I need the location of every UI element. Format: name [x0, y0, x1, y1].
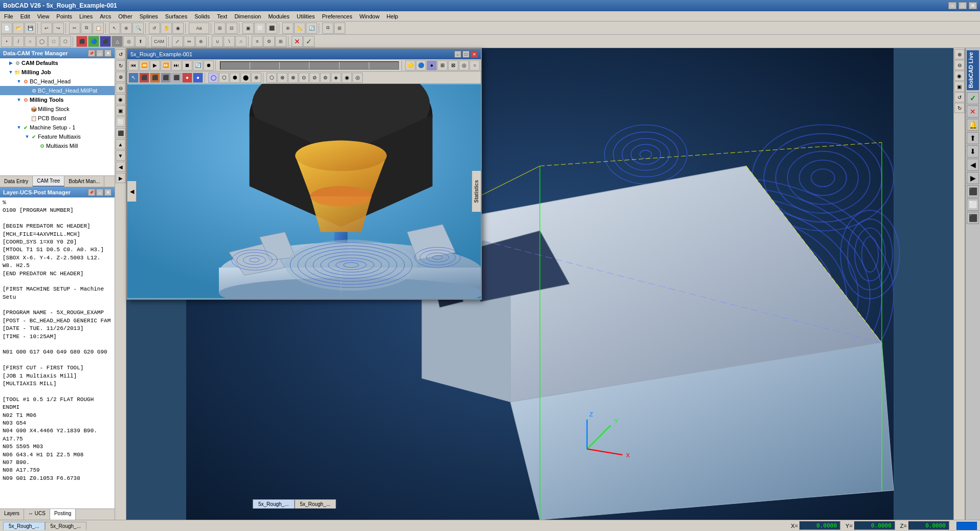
- tree-item-cam-defaults[interactable]: ▶ ⚙ CAM Defaults: [0, 58, 115, 68]
- vt-btn-12[interactable]: ▶: [116, 173, 126, 183]
- expand-machine-setup[interactable]: ▼: [16, 125, 21, 130]
- tree-item-milling-stock[interactable]: 📦 Milling Stock: [0, 104, 115, 114]
- tab-cam-tree[interactable]: CAM Tree: [33, 176, 64, 187]
- tb2-cam[interactable]: CAM: [151, 36, 167, 47]
- sim-view-t4[interactable]: ⊙: [299, 73, 309, 83]
- tb2-mirror[interactable]: ⇔: [184, 36, 195, 47]
- tb-pan[interactable]: ✋: [161, 23, 172, 34]
- tb2-transform[interactable]: ⤢: [172, 36, 183, 47]
- tb2-3d-box[interactable]: ⬛: [76, 36, 87, 47]
- vt-btn-3[interactable]: ⊕: [116, 72, 126, 82]
- sim-btn-v5[interactable]: ⊠: [448, 60, 458, 71]
- far-right-left[interactable]: ◀: [967, 159, 979, 171]
- tree-item-machine-setup[interactable]: ▼ ✔ Machine Setup - 1: [0, 123, 115, 132]
- tb-window[interactable]: ⧉: [322, 23, 333, 34]
- expand-cam-defaults[interactable]: ▶: [8, 60, 13, 65]
- sim-btn-v7[interactable]: ○: [470, 60, 480, 71]
- vt-btn-8[interactable]: ⬛: [116, 128, 126, 138]
- sim-tab-1[interactable]: 5x_Rough_...: [253, 499, 295, 508]
- tb2-green-check[interactable]: ✓: [303, 36, 315, 47]
- sim-view-t5[interactable]: ⊘: [309, 73, 320, 83]
- tb2-select-all[interactable]: ⊞: [275, 36, 286, 47]
- expand-feature-multiaxis[interactable]: ▼: [25, 134, 30, 139]
- sim-view-t1[interactable]: ⬠: [266, 73, 277, 83]
- sim-close[interactable]: ✕: [471, 51, 478, 58]
- menu-surfaces[interactable]: Surfaces: [162, 12, 190, 20]
- far-right-square[interactable]: ⬛: [967, 185, 979, 197]
- tb2-3d-sphere[interactable]: ⬛: [100, 36, 111, 47]
- sim-view-t2[interactable]: ⊛: [277, 73, 287, 83]
- menu-lines[interactable]: Lines: [76, 12, 96, 20]
- expand-milling-job[interactable]: ▼: [8, 70, 13, 75]
- menu-text[interactable]: Text: [214, 12, 230, 20]
- tb-view3[interactable]: ⬛: [266, 23, 277, 34]
- vt-btn-2[interactable]: ↻: [116, 60, 126, 71]
- vt-btn-11[interactable]: ◀: [116, 162, 126, 172]
- menu-window[interactable]: Window: [357, 12, 383, 20]
- tb2-intersect[interactable]: ∩: [235, 36, 247, 47]
- sim-btn-skip-end[interactable]: ⏭: [171, 60, 182, 71]
- menu-help[interactable]: Help: [384, 12, 402, 20]
- sim-view-t9[interactable]: ◎: [352, 73, 363, 83]
- maximize-button[interactable]: □: [959, 2, 967, 9]
- code-panel-minimize[interactable]: –: [96, 189, 103, 196]
- sim-btn-skip-start[interactable]: ⏮: [128, 60, 139, 71]
- tab-bobart-man[interactable]: BobArt Man...: [64, 176, 104, 187]
- tb2-subtract[interactable]: ∖: [224, 36, 235, 47]
- far-right-down[interactable]: ⬇: [967, 145, 979, 158]
- far-right-check[interactable]: ✓: [967, 92, 979, 104]
- sim-btn-v2[interactable]: 🔵: [416, 60, 426, 71]
- menu-points[interactable]: Points: [53, 12, 75, 20]
- tree-item-feature-multiaxis[interactable]: ▼ ✔ Feature Multiaxis: [0, 132, 115, 141]
- tb-rotate[interactable]: ↺: [149, 23, 160, 34]
- vt-btn-6[interactable]: ▣: [116, 105, 126, 116]
- sim-view-t3[interactable]: ⊗: [288, 73, 298, 83]
- code-panel-close[interactable]: ✕: [104, 189, 112, 196]
- tb-cursor[interactable]: ⊕: [282, 23, 294, 34]
- tb2-3d-torus[interactable]: ◎: [123, 36, 135, 47]
- tb2-layer[interactable]: ≡: [252, 36, 263, 47]
- minimize-button[interactable]: –: [948, 2, 956, 9]
- vt-btn-5[interactable]: ◉: [116, 94, 126, 104]
- tb-new[interactable]: 📄: [1, 23, 12, 34]
- far-right-right[interactable]: ▶: [967, 172, 979, 184]
- close-button[interactable]: ✕: [969, 2, 977, 9]
- far-right-blue[interactable]: ⬛: [967, 212, 979, 224]
- sim-btn-v6[interactable]: ◎: [459, 60, 469, 71]
- sim-view-c2[interactable]: ⬡: [219, 73, 229, 83]
- far-right-bell[interactable]: 🔔: [967, 119, 979, 131]
- expand-bc-head[interactable]: ▼: [16, 79, 21, 84]
- tb-save[interactable]: 💾: [25, 23, 36, 34]
- status-tab-2[interactable]: 5x_Rough_...: [45, 522, 87, 530]
- tb-snap[interactable]: ⊞: [214, 23, 226, 34]
- tb-font[interactable]: Aa: [189, 23, 209, 34]
- sim-view-box-red[interactable]: ⬛: [139, 73, 149, 83]
- tb-paste[interactable]: 📋: [93, 23, 104, 34]
- sim-view-circ-blue[interactable]: ●: [193, 73, 203, 83]
- tb-open[interactable]: 📂: [13, 23, 24, 34]
- rp-btn-6[interactable]: ↻: [954, 103, 965, 113]
- sim-view-box-lt[interactable]: ⬛: [171, 73, 182, 83]
- tb2-rect[interactable]: □: [48, 36, 59, 47]
- menu-other[interactable]: Other: [115, 12, 136, 20]
- menu-modules[interactable]: Modules: [265, 12, 293, 20]
- tb-render[interactable]: ◉: [172, 23, 184, 34]
- sim-btn-prev[interactable]: ⏪: [139, 60, 149, 71]
- sim-view-c1[interactable]: ◯: [208, 73, 218, 83]
- rp-btn-4[interactable]: ▣: [954, 81, 965, 92]
- sim-minimize[interactable]: –: [454, 51, 461, 58]
- tb2-point[interactable]: •: [1, 36, 12, 47]
- menu-arcs[interactable]: Arcs: [97, 12, 114, 20]
- menu-utilities[interactable]: Utilities: [294, 12, 318, 20]
- expand-milling-tools[interactable]: ▼: [16, 97, 21, 102]
- sim-btn-loop[interactable]: 🔄: [193, 60, 203, 71]
- far-right-x[interactable]: ✕: [967, 105, 979, 118]
- sim-btn-v4[interactable]: ⊞: [437, 60, 448, 71]
- tree-item-milling-job[interactable]: ▼ 📁 Milling Job: [0, 68, 115, 77]
- rp-btn-2[interactable]: ⊖: [954, 60, 965, 70]
- code-panel-pin[interactable]: 📌: [88, 189, 95, 196]
- sim-btn-stop[interactable]: ⏹: [182, 60, 192, 71]
- tb-tile[interactable]: ⊞: [334, 23, 345, 34]
- tree-item-bc-head[interactable]: ▼ ⚙ BC_Head_Head: [0, 77, 115, 86]
- color-indicator[interactable]: [956, 522, 977, 530]
